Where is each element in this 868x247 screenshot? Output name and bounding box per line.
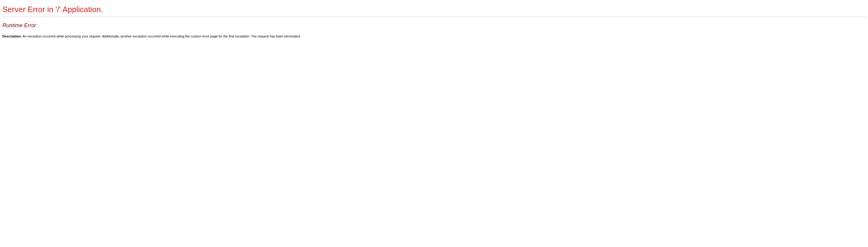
- error-description: Description: An exception occurred while…: [2, 34, 866, 39]
- description-text: An exception occurred while processing y…: [22, 34, 301, 38]
- title-separator: [2, 17, 866, 17]
- description-label: Description:: [2, 34, 22, 38]
- server-error-title: Server Error in '/' Application.: [2, 2, 866, 14]
- runtime-error-subtitle: Runtime Error: [2, 22, 866, 29]
